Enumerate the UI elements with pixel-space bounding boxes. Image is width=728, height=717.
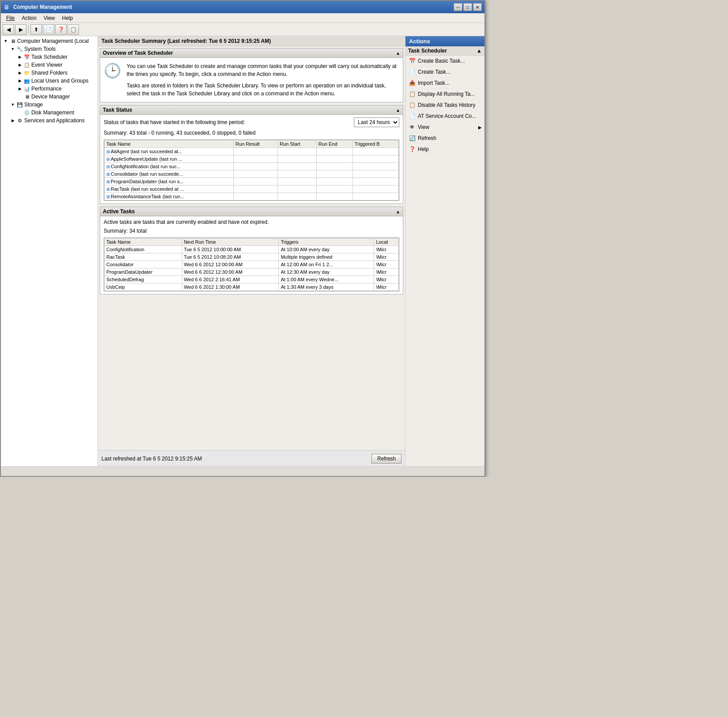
import-task-icon: 📥 [408, 79, 416, 87]
action-item-disable-all-tasks[interactable]: 📋 Disable All Tasks History [405, 100, 484, 111]
sidebar-label-device-manager: Device Manager [31, 94, 70, 100]
properties-button[interactable]: 📄 [43, 24, 54, 35]
table-row[interactable]: ScheduledDefrag Wed 6 6 2012 2:16:41 AM … [105, 276, 399, 283]
action-item-help[interactable]: ❓ Help [405, 144, 484, 155]
content-header: Task Scheduler Summary (Last refreshed: … [98, 36, 405, 46]
up-button[interactable]: ⬆ [30, 24, 42, 35]
at-next-run-cell: Tue 6 5 2012 10:00:00 AM [182, 246, 279, 253]
at-name-cell: Consolidator [105, 261, 182, 268]
sidebar-item-task-scheduler[interactable]: ▶ 📅 Task Scheduler [1, 53, 98, 61]
expand-storage[interactable]: ▼ [10, 102, 16, 108]
expand-system-tools[interactable]: ▼ [10, 46, 16, 52]
action-item-import-task[interactable]: 📥 Import Task... [405, 78, 484, 89]
display-running-tasks-icon: 📋 [408, 90, 416, 98]
refresh-label: Refresh [418, 135, 436, 141]
table-row[interactable]: ⊞ConfigNotification (last run suc... [105, 163, 399, 170]
at-name-cell: ProgramDataUpdater [105, 268, 182, 276]
table-row[interactable]: ⊞RemoteAssistanceTask (last run... [105, 193, 399, 200]
help-label: Help [418, 146, 429, 152]
sidebar-item-computer-management[interactable]: ▼ 🖥 Computer Management (Local [1, 37, 98, 45]
menu-help[interactable]: Help [59, 14, 77, 22]
table-row[interactable]: ⊞ProgramDataUpdater (last run s... [105, 178, 399, 185]
table-row[interactable]: Consolidator Wed 6 6 2012 12:00:00 AM At… [105, 261, 399, 268]
table-row[interactable]: ⊞AppleSoftwareUpdate (last run ... [105, 155, 399, 163]
services-apps-icon: ⚙ [16, 117, 23, 124]
active-tasks-collapse-btn[interactable]: ▲ [396, 209, 400, 214]
at-service-account-label: AT Service Account Co... [418, 113, 476, 119]
close-button[interactable]: ✕ [473, 3, 482, 11]
expand-services-apps[interactable]: ▶ [10, 117, 16, 124]
sidebar-item-services-apps[interactable]: ▶ ⚙ Services and Applications [1, 117, 98, 125]
table-row[interactable]: ConfigNotification Tue 6 5 2012 10:00:00… [105, 246, 399, 253]
actions-collapse-icon[interactable]: ▲ [477, 48, 482, 54]
table-row[interactable]: ⊞Consolidator (last run succeede... [105, 170, 399, 178]
sidebar-item-disk-management[interactable]: ▶ 💿 Disk Management [1, 109, 98, 117]
help-button-toolbar[interactable]: ❓ [55, 24, 67, 35]
expand-shared-folders[interactable]: ▶ [17, 70, 23, 76]
sidebar-item-device-manager[interactable]: ▶ 🖥 Device Manager [1, 93, 98, 101]
task-status-collapse-btn[interactable]: ▲ [396, 108, 400, 113]
expand-local-users[interactable]: ▶ [17, 78, 23, 84]
create-task-label: Create Task... [418, 69, 450, 75]
col-at-next-run: Next Run Time [182, 238, 279, 246]
sidebar-item-storage[interactable]: ▼ 💾 Storage [1, 101, 98, 109]
sidebar-item-event-viewer[interactable]: ▶ 📋 Event Viewer [1, 61, 98, 69]
action-item-display-running-tasks[interactable]: 📋 Display All Running Ta... [405, 89, 484, 100]
menu-file[interactable]: File [3, 14, 18, 22]
run-end-cell [316, 148, 353, 155]
disable-all-tasks-icon: 📋 [408, 101, 416, 109]
task-name-cell: ⊞ProgramDataUpdater (last run s... [105, 178, 234, 185]
expand-performance[interactable]: ▶ [17, 86, 23, 92]
task-status-table-wrapper[interactable]: Task Name Run Result Run Start Run End T… [104, 140, 399, 201]
task-name-cell: ⊞RacTask (last run succeeded at ... [105, 185, 234, 193]
table-row[interactable]: RacTask Tue 6 5 2012 10:08:20 AM Multipl… [105, 253, 399, 261]
active-tasks-table: Task Name Next Run Time Triggers Locat C… [104, 238, 399, 291]
minimize-button[interactable]: ─ [454, 3, 462, 11]
maximize-button[interactable]: □ [463, 3, 472, 11]
expand-computer-management[interactable]: ▼ [3, 38, 9, 44]
sidebar-item-performance[interactable]: ▶ 📊 Performance [1, 85, 98, 93]
at-service-account-icon: 📄 [408, 112, 416, 120]
actions-list: 📅 Create Basic Task... 📄 Create Task... … [405, 56, 484, 155]
bottom-bar: Last refreshed at Tue 6 5 2012 9:15:25 A… [98, 450, 405, 466]
at-triggers-cell: Multiple triggers defined [279, 253, 374, 261]
sidebar-item-system-tools[interactable]: ▼ 🔧 System Tools [1, 45, 98, 53]
run-start-cell [278, 155, 317, 163]
task-status-table: Task Name Run Result Run Start Run End T… [104, 140, 399, 200]
at-location-cell: \Micr [374, 268, 399, 276]
action-item-refresh[interactable]: 🔄 Refresh [405, 133, 484, 144]
table-row[interactable]: ProgramDataUpdater Wed 6 6 2012 12:30:00… [105, 268, 399, 276]
menu-view[interactable]: View [40, 14, 59, 22]
create-basic-task-label: Create Basic Task... [418, 58, 465, 64]
expand-task-scheduler[interactable]: ▶ [17, 54, 23, 60]
sidebar-label-shared-folders: Shared Folders [31, 70, 68, 76]
scrollable-content[interactable]: Overview of Task Scheduler ▲ 🕒 You can u… [98, 46, 405, 450]
extra-button[interactable]: 📋 [68, 24, 79, 35]
at-location-cell: \Micr [374, 261, 399, 268]
triggered-cell [353, 193, 398, 200]
table-row[interactable]: UsbCeip Wed 6 6 2012 1:30:00 AM At 1:30 … [105, 283, 399, 291]
overview-collapse-btn[interactable]: ▲ [396, 51, 400, 56]
table-row[interactable]: ⊞AitAgent (last run succeeded at... [105, 148, 399, 155]
sidebar-item-local-users[interactable]: ▶ 👥 Local Users and Groups [1, 77, 98, 85]
back-button[interactable]: ◀ [3, 24, 14, 35]
period-select[interactable]: Last 24 hours Last Hour Last 7 Days Last… [354, 118, 399, 127]
action-item-at-service-account[interactable]: 📄 AT Service Account Co... [405, 111, 484, 122]
period-dropdown[interactable]: Last 24 hours Last Hour Last 7 Days Last… [354, 117, 399, 127]
col-run-result: Run Result [233, 140, 278, 148]
expand-event-viewer[interactable]: ▶ [17, 62, 23, 68]
sidebar-item-shared-folders[interactable]: ▶ 📁 Shared Folders [1, 69, 98, 77]
action-item-create-basic-task[interactable]: 📅 Create Basic Task... [405, 56, 484, 67]
table-row[interactable]: ⊞RacTask (last run succeeded at ... [105, 185, 399, 193]
action-item-view[interactable]: 👁 View ▶ [405, 122, 484, 133]
forward-button[interactable]: ▶ [15, 24, 26, 35]
run-end-cell [316, 163, 353, 170]
active-tasks-table-wrapper[interactable]: Task Name Next Run Time Triggers Locat C… [104, 238, 399, 291]
refresh-button-bottom[interactable]: Refresh [372, 454, 402, 464]
run-end-cell [316, 170, 353, 178]
action-item-create-task[interactable]: 📄 Create Task... [405, 67, 484, 78]
triggered-cell [353, 185, 398, 193]
run-end-cell [316, 155, 353, 163]
run-result-cell [233, 178, 278, 185]
menu-action[interactable]: Action [18, 14, 40, 22]
